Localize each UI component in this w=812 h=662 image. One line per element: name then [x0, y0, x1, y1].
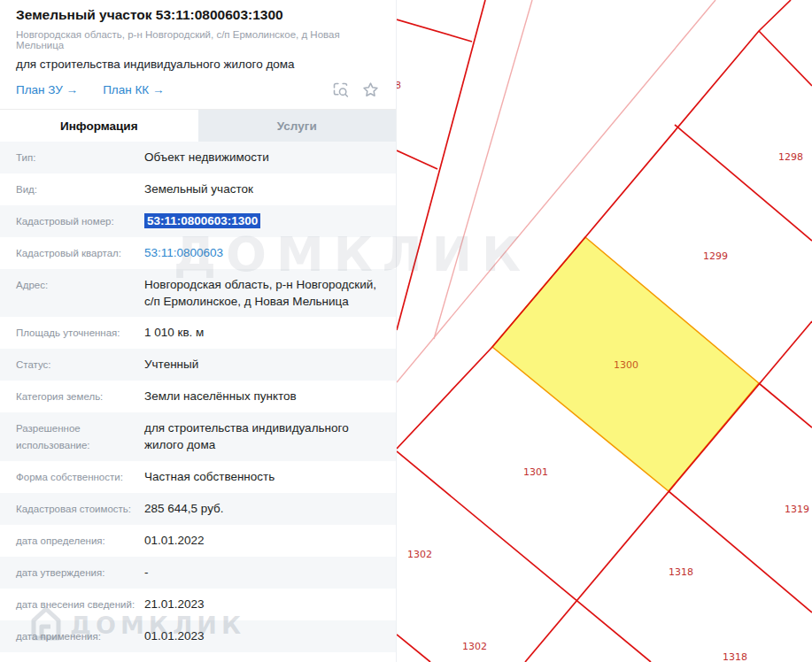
road-edge-line — [434, 0, 532, 339]
info-rows: Тип: Объект недвижимости Вид: Земельный … — [0, 142, 396, 652]
info-row-label: Вид: — [16, 181, 144, 198]
page-title: Земельный участок 53:11:0800603:1300 — [0, 4, 396, 23]
cadastral-map[interactable]: 8 1298 1299 1300 1301 1302 1302 1318 131… — [397, 0, 812, 662]
info-row-value: 21.01.2023 — [144, 596, 380, 613]
parcel-label: 8 — [397, 80, 401, 91]
parcel-boundary-line — [759, 383, 812, 427]
info-row-label: дата определения: — [16, 532, 144, 550]
panel-header: Земельный участок 53:11:0800603:1300 Нов… — [0, 0, 396, 109]
info-row-label: Кадастровый номер: — [16, 212, 144, 230]
info-row-value: Учтенный — [144, 356, 380, 373]
info-row-date-entered: дата внесения сведений: 21.01.2023 — [0, 589, 396, 620]
parcel-label: 1302 — [407, 549, 432, 560]
parcel-info-panel: Земельный участок 53:11:0800603:1300 Нов… — [0, 0, 397, 662]
parcel-label: 1318 — [723, 651, 747, 662]
info-row-value: 01.01.2022 — [144, 532, 380, 550]
tab-information[interactable]: Информация — [0, 110, 198, 142]
info-row-label: Категория земель: — [16, 388, 144, 405]
info-row-area: Площадь уточненная: 1 010 кв. м — [0, 317, 396, 349]
info-row-value: для строительства индивидуального жилого… — [144, 420, 380, 454]
cadastral-block-link[interactable]: 53:11:0800603 — [144, 246, 223, 259]
info-row-cadastral-number: Кадастровый номер: 53:11:0800603:1300 — [0, 205, 396, 237]
info-row-label: Статус: — [16, 356, 144, 373]
permitted-use-text: для строительства индивидуального жилого… — [0, 50, 396, 71]
tab-bar: Информация Услуги — [0, 109, 396, 142]
info-row-label: Площадь уточненная: — [16, 324, 144, 342]
info-row-value: 285 644,5 руб. — [144, 500, 380, 518]
parcel-label: 1302 — [462, 641, 487, 652]
info-row-label: Форма собственности: — [16, 468, 144, 486]
info-row-value: 53:11:0800603:1300 — [144, 212, 380, 230]
info-row-label: дата применения: — [16, 627, 144, 645]
info-row-label: дата внесения сведений: — [16, 596, 144, 613]
info-row-land-category: Категория земель: Земли населённых пункт… — [0, 381, 396, 412]
info-row-kind: Вид: Земельный участок — [0, 173, 396, 205]
parcel-label: 1298 — [778, 151, 803, 163]
header-icons — [331, 81, 380, 99]
favorite-star-icon[interactable] — [361, 81, 380, 99]
parcel-boundary-line — [675, 125, 812, 241]
info-row-date-determined: дата определения: 01.01.2022 — [0, 525, 396, 557]
info-row-value: 1 010 кв. м — [144, 324, 380, 342]
tab-services[interactable]: Услуги — [198, 110, 397, 142]
parcel-boundary-line — [397, 635, 430, 662]
info-row-value: 01.01.2023 — [144, 627, 380, 645]
plan-links-row: План ЗУ → План КК → — [0, 71, 396, 109]
plan-zu-link[interactable]: План ЗУ → — [16, 83, 78, 96]
parcel-label: 1299 — [703, 250, 728, 262]
cadastral-map-canvas[interactable]: 8 1298 1299 1300 1301 1302 1302 1318 131… — [397, 0, 812, 662]
preview-document-icon[interactable] — [331, 81, 350, 99]
parcel-boundary-line — [759, 31, 812, 86]
info-row-ownership: Форма собственности: Частная собственнос… — [0, 461, 396, 493]
info-row-cadastral-value: Кадастровая стоимость: 285 644,5 руб. — [0, 493, 396, 525]
info-row-label: Адрес: — [16, 276, 144, 310]
info-row-label: Кадастровый квартал: — [16, 244, 144, 262]
info-row-value: 53:11:0800603 — [144, 244, 380, 262]
parcel-address-subtitle: Новгородская область, р-н Новгородский, … — [0, 23, 396, 50]
info-row-permitted-use: Разрешенное использование: для строитель… — [0, 412, 396, 461]
info-row-date-applied: дата применения: 01.01.2023 — [0, 620, 396, 652]
parcel-boundary-line — [397, 451, 651, 662]
info-row-label: Тип: — [16, 149, 144, 166]
selected-parcel-label: 1300 — [614, 359, 638, 371]
parcel-boundary-line — [397, 150, 437, 169]
plan-kk-link[interactable]: План КК → — [103, 83, 164, 96]
info-row-type: Тип: Объект недвижимости — [0, 142, 396, 173]
info-row-label: Разрешенное использование: — [16, 420, 144, 454]
info-row-status: Статус: Учтенный — [0, 349, 396, 381]
info-row-value: Частная собственность — [144, 468, 380, 486]
parcel-boundary-line — [397, 19, 472, 42]
info-row-value: Объект недвижимости — [144, 149, 380, 166]
info-row-value: Новгородская область, р-н Новгородский, … — [144, 276, 380, 310]
parcel-label: 1318 — [669, 566, 693, 578]
info-row-label: Кадастровая стоимость: — [16, 500, 144, 518]
info-row-cadastral-block: Кадастровый квартал: 53:11:0800603 — [0, 237, 396, 269]
cadastral-number-highlighted: 53:11:0800603:1300 — [144, 213, 260, 228]
info-row-value: Земельный участок — [144, 181, 380, 198]
info-row-address: Адрес: Новгородская область, р-н Новгоро… — [0, 269, 396, 317]
info-row-value: - — [144, 564, 380, 581]
info-row-label: дата утверждения: — [16, 564, 144, 581]
parcel-boundary-line — [397, 0, 485, 330]
info-row-date-approved: дата утверждения: - — [0, 557, 396, 589]
parcel-label: 1301 — [523, 466, 548, 478]
parcel-label: 1319 — [785, 504, 809, 515]
info-row-value: Земли населённых пунктов — [144, 388, 380, 405]
